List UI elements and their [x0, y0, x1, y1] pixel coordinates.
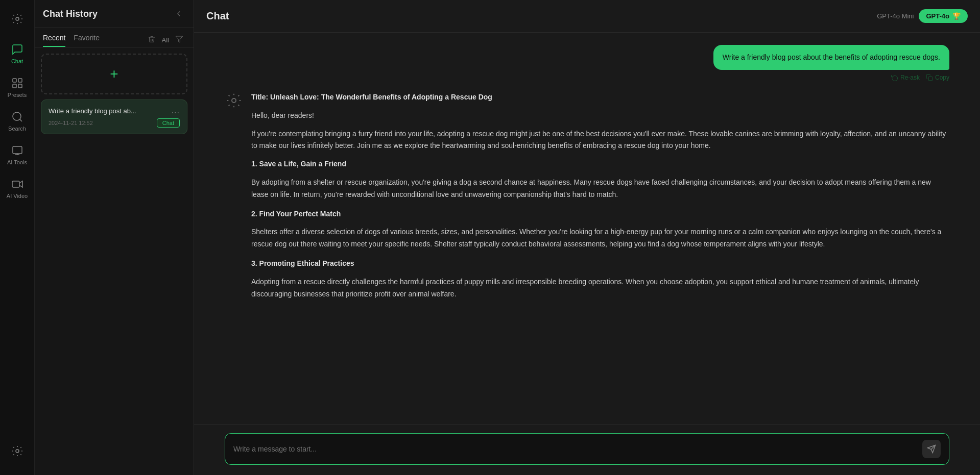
sidebar-item-ai-video[interactable]: AI Video: [2, 172, 33, 204]
svg-line-6: [19, 119, 21, 121]
chat-item-title: Write a friendly blog post ab...: [49, 107, 172, 115]
ai-video-nav-label: AI Video: [7, 193, 28, 199]
svg-rect-2: [18, 79, 22, 82]
chat-badge: Chat: [157, 118, 180, 128]
ai-section-3-heading: 3. Promoting Ethical Practices: [251, 259, 354, 267]
chat-item-header: Write a friendly blog post ab... ...: [49, 106, 180, 115]
sidebar-item-presets[interactable]: Presets: [2, 71, 33, 103]
settings-nav-item[interactable]: [2, 439, 33, 463]
sidebar-item-search[interactable]: Search: [2, 105, 33, 137]
chat-header: Chat GPT-4o Mini GPT-4o 🏆: [194, 0, 980, 33]
copy-label: Copy: [935, 74, 949, 81]
svg-point-5: [13, 112, 21, 120]
ai-video-icon: [11, 178, 24, 191]
chat-input-wrapper: [225, 433, 949, 465]
search-icon: [11, 110, 24, 123]
sidebar-item-ai-tools[interactable]: AI Tools: [2, 139, 33, 170]
svg-rect-13: [928, 77, 933, 81]
sidebar-content: + Write a friendly blog post ab... ... 2…: [35, 47, 194, 475]
chat-item-footer: 2024-11-21 12:52 Chat: [49, 118, 180, 128]
collapse-button[interactable]: [172, 7, 185, 20]
svg-rect-10: [12, 181, 19, 187]
tab-actions: All: [146, 33, 185, 47]
presets-icon: [11, 77, 24, 90]
sidebar-tabs: Recent Favorite All: [35, 28, 194, 47]
svg-rect-3: [13, 84, 16, 88]
ai-tools-icon: [11, 144, 24, 157]
ai-tools-nav-label: AI Tools: [7, 159, 27, 165]
filter-button[interactable]: [173, 33, 185, 47]
new-chat-button[interactable]: +: [41, 54, 187, 94]
chat-item-menu-button[interactable]: ...: [172, 106, 180, 115]
list-item[interactable]: Write a friendly blog post ab... ... 202…: [41, 99, 187, 134]
chat-item-date: 2024-11-21 12:52: [49, 120, 93, 126]
ai-section-3: 3. Promoting Ethical Practices Adopting …: [251, 258, 949, 300]
ai-response-content: Title: Unleash Love: The Wonderful Benef…: [251, 91, 949, 307]
ai-avatar: [225, 91, 243, 110]
ai-response-block: Title: Unleash Love: The Wonderful Benef…: [225, 91, 949, 307]
model-selector: GPT-4o Mini GPT-4o 🏆: [877, 9, 968, 23]
tab-recent[interactable]: Recent: [43, 34, 65, 47]
model-emoji: 🏆: [952, 12, 961, 20]
icon-bar: Chat Presets Search: [0, 0, 35, 475]
ai-section-3-body: Adopting from a rescue directly challeng…: [251, 276, 949, 301]
svg-marker-12: [176, 36, 182, 42]
settings-icon: [11, 444, 24, 458]
ai-section-1: 1. Save a Life, Gain a Friend By adoptin…: [251, 158, 949, 201]
presets-nav-label: Presets: [8, 92, 27, 98]
user-message-footer: Re-ask Copy: [891, 74, 949, 81]
chat-input-area: [194, 424, 980, 475]
reask-label: Re-ask: [900, 74, 920, 81]
ai-section-2-body: Shelters offer a diverse selection of do…: [251, 226, 949, 251]
model-active-button[interactable]: GPT-4o 🏆: [919, 9, 968, 23]
new-chat-icon: +: [110, 66, 118, 82]
copy-button[interactable]: Copy: [926, 74, 949, 81]
model-mini-label: GPT-4o Mini: [877, 12, 914, 20]
svg-point-0: [16, 17, 19, 20]
model-active-label: GPT-4o: [926, 12, 949, 20]
settings-gear-top[interactable]: [2, 6, 33, 32]
sidebar-item-chat[interactable]: Chat: [2, 38, 33, 69]
chat-icon: [11, 43, 24, 56]
ai-section-1-heading: 1. Save a Life, Gain a Friend: [251, 160, 346, 168]
all-label: All: [162, 36, 169, 44]
ai-title-line: Title: Unleash Love: The Wonderful Benef…: [251, 91, 949, 104]
svg-point-11: [16, 449, 19, 453]
ai-intro: If you're contemplating bringing a furry…: [251, 128, 949, 153]
chat-title: Chat: [206, 10, 229, 22]
svg-point-14: [232, 98, 236, 103]
ai-section-1-body: By adopting from a shelter or rescue org…: [251, 177, 949, 201]
user-message: Write a friendly blog post about the ben…: [713, 45, 949, 70]
svg-rect-7: [13, 146, 22, 154]
chat-nav-label: Chat: [11, 58, 23, 64]
search-nav-label: Search: [8, 126, 26, 132]
icon-bar-bottom: [2, 439, 33, 469]
sidebar: Chat History Recent Favorite All +: [35, 0, 194, 475]
nav-items: Chat Presets Search: [2, 38, 33, 439]
main-chat: Chat GPT-4o Mini GPT-4o 🏆 Write a friend…: [194, 0, 980, 475]
svg-rect-1: [13, 79, 16, 82]
ai-section-2: 2. Find Your Perfect Match Shelters offe…: [251, 208, 949, 251]
sidebar-title: Chat History: [43, 9, 98, 19]
svg-rect-4: [18, 84, 22, 88]
delete-button[interactable]: [146, 33, 158, 47]
tab-favorite[interactable]: Favorite: [74, 34, 100, 47]
chat-messages: Write a friendly blog post about the ben…: [194, 33, 980, 424]
ai-section-2-heading: 2. Find Your Perfect Match: [251, 210, 341, 218]
reask-button[interactable]: Re-ask: [891, 74, 920, 81]
user-message-text: Write a friendly blog post about the ben…: [723, 53, 940, 61]
sidebar-header: Chat History: [35, 0, 194, 28]
chat-input[interactable]: [233, 445, 922, 453]
send-button[interactable]: [922, 440, 941, 458]
user-message-block: Write a friendly blog post about the ben…: [225, 45, 949, 81]
ai-greeting: Hello, dear readers!: [251, 110, 949, 122]
